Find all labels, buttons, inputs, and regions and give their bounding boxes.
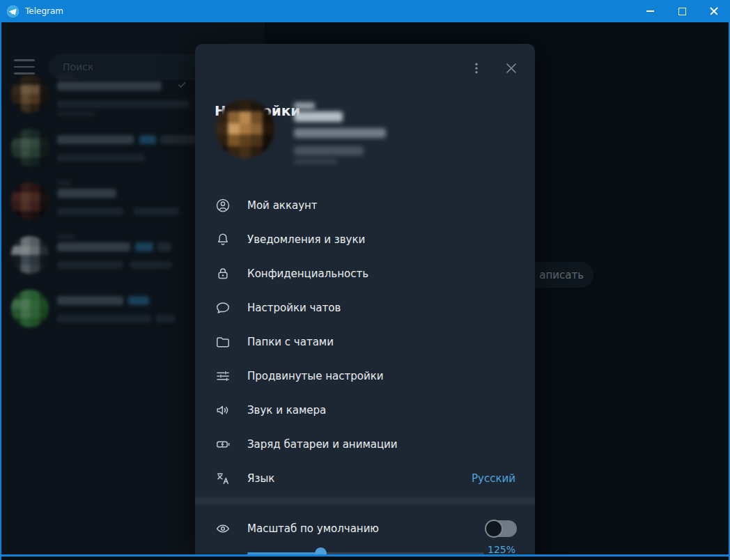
maximize-button[interactable] — [666, 0, 698, 22]
menu-item-label: Уведомления и звуки — [247, 233, 365, 246]
menu-item-advanced[interactable]: Продвинутые настройки — [195, 359, 535, 393]
menu-item-chat-folders[interactable]: Папки с чатами — [195, 325, 535, 359]
toggle-knob — [485, 520, 503, 538]
menu-item-label: Язык — [247, 472, 274, 485]
redacted-phone-number — [294, 128, 386, 138]
menu-item-label: Папки с чатами — [247, 336, 334, 348]
minimize-icon — [646, 10, 654, 12]
redacted-profile-name — [294, 111, 343, 122]
minimize-button[interactable] — [634, 0, 666, 22]
profile-avatar[interactable] — [216, 100, 274, 158]
menu-item-label: Конфиденциальность — [247, 267, 368, 280]
translate-icon — [215, 470, 231, 487]
user-circle-icon — [215, 197, 231, 214]
menu-item-power-saving[interactable]: Заряд батареи и анимации — [195, 427, 535, 461]
maximize-icon — [678, 8, 686, 15]
window-edge — [0, 557, 730, 560]
menu-item-label: Настройки чатов — [247, 302, 341, 314]
language-value: Русский — [472, 472, 515, 485]
menu-item-my-account[interactable]: Мой аккаунт — [195, 188, 535, 222]
redacted-username — [294, 146, 364, 155]
redacted-username — [294, 159, 337, 164]
title-bar: Telegram — [0, 0, 730, 22]
window-border — [0, 22, 1, 560]
close-window-icon — [710, 7, 718, 15]
zoom-percent-label: 125% — [488, 544, 515, 555]
close-window-button[interactable] — [698, 0, 730, 22]
settings-menu: Мой аккаунт Уведомления и звуки Конфиден… — [195, 188, 535, 495]
menu-item-notifications[interactable]: Уведомления и звуки — [195, 222, 535, 256]
window-border — [0, 554, 730, 557]
close-icon — [504, 61, 518, 75]
default-zoom-row[interactable]: Масштаб по умолчанию — [195, 513, 535, 544]
menu-item-sound-camera[interactable]: Звук и камера — [195, 393, 535, 427]
speaker-icon — [215, 402, 231, 419]
folder-icon — [215, 334, 231, 350]
close-settings-button[interactable] — [502, 59, 521, 78]
battery-charge-icon — [215, 436, 231, 453]
lock-icon — [215, 265, 231, 282]
menu-item-language[interactable]: Язык Русский — [195, 461, 535, 495]
more-options-button[interactable] — [467, 59, 486, 78]
menu-item-label: Мой аккаунт — [247, 199, 318, 212]
chat-bubble-icon — [215, 300, 231, 316]
section-divider — [195, 495, 535, 506]
menu-item-label: Продвинутые настройки — [247, 370, 383, 382]
eye-icon — [215, 520, 231, 537]
kebab-menu-icon — [469, 61, 483, 75]
window-title: Telegram — [25, 6, 634, 16]
bell-icon — [215, 231, 231, 248]
redacted-profile-name — [294, 102, 315, 109]
menu-item-label: Заряд батареи и анимации — [247, 438, 398, 451]
sliders-icon — [215, 368, 231, 384]
settings-modal: Настройки Мой аккаунт Уведомления и звук… — [195, 44, 535, 560]
default-zoom-toggle[interactable] — [486, 520, 517, 537]
menu-item-chat-settings[interactable]: Настройки чатов — [195, 290, 535, 325]
telegram-logo-icon — [7, 6, 19, 17]
menu-item-privacy[interactable]: Конфиденциальность — [195, 256, 535, 290]
default-zoom-label: Масштаб по умолчанию — [247, 522, 379, 535]
menu-item-label: Звук и камера — [247, 404, 326, 417]
